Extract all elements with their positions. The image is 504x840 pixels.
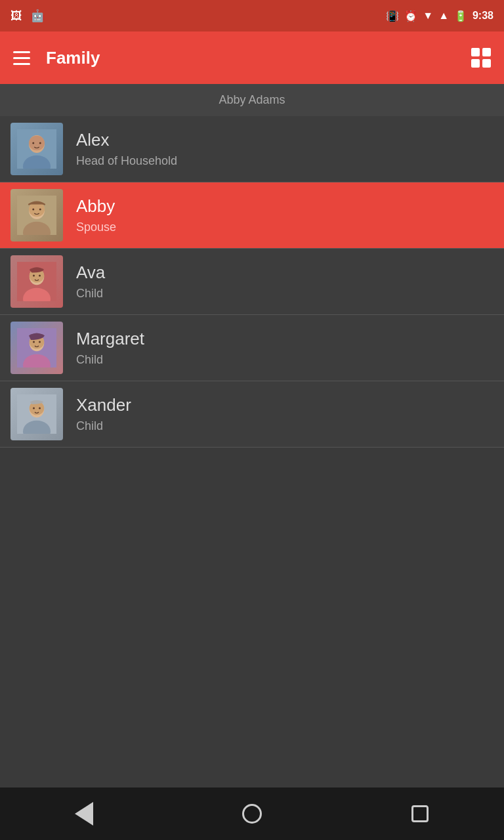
recents-button[interactable] (400, 794, 440, 833)
svg-point-11 (39, 209, 41, 211)
menu-button[interactable] (13, 51, 30, 65)
section-header: Abby Adams (0, 84, 504, 116)
back-icon (75, 802, 93, 826)
status-bar: 🖼 🤖 📳 ⏰ ▼ ▲ 🔋 9:38 (0, 0, 504, 32)
app-bar-left: Family (13, 48, 100, 68)
avatar-xander (10, 388, 63, 440)
item-name-ava: Ava (76, 262, 105, 283)
photo-icon: 🖼 (10, 9, 22, 23)
item-name-margaret: Margaret (76, 329, 144, 349)
svg-point-16 (33, 275, 35, 277)
recents-icon (411, 805, 429, 822)
item-info-abby: Abby Spouse (76, 196, 116, 234)
item-info-ava: Ava Child (76, 262, 105, 301)
item-name-xander: Xander (76, 395, 131, 415)
item-info-alex: Alex Head of Household (76, 130, 177, 168)
item-role-abby: Spouse (76, 220, 116, 234)
svg-point-29 (39, 408, 41, 410)
battery-icon: 🔋 (454, 10, 467, 22)
svg-point-22 (33, 341, 35, 343)
status-time: 9:38 (472, 10, 494, 22)
status-bar-right-icons: 📳 ⏰ ▼ ▲ 🔋 9:38 (386, 10, 494, 22)
app-title: Family (46, 48, 100, 68)
vibrate-icon: 📳 (386, 10, 399, 22)
back-button[interactable] (64, 794, 104, 833)
svg-point-5 (39, 142, 41, 144)
list-item-alex[interactable]: Alex Head of Household (0, 116, 504, 182)
item-role-ava: Child (76, 287, 105, 301)
avatar-margaret (10, 322, 63, 374)
svg-point-17 (39, 275, 41, 277)
avatar-alex (10, 123, 63, 175)
svg-point-28 (33, 408, 35, 410)
item-role-alex: Head of Household (76, 154, 177, 168)
alarm-icon: ⏰ (404, 10, 417, 22)
item-name-alex: Alex (76, 130, 177, 150)
wifi-icon: ▼ (423, 10, 433, 22)
svg-point-23 (39, 341, 41, 343)
item-info-margaret: Margaret Child (76, 329, 144, 367)
app-bar: Family (0, 32, 504, 84)
list-item-ava[interactable]: Ava Child (0, 249, 504, 315)
item-info-xander: Xander Child (76, 395, 131, 433)
list-item-xander[interactable]: Xander Child (0, 381, 504, 448)
grid-view-button[interactable] (471, 48, 491, 68)
status-bar-left-icons: 🖼 🤖 (10, 9, 45, 23)
avatar-ava (10, 255, 63, 308)
list-item-abby[interactable]: Abby Spouse (0, 182, 504, 249)
item-name-abby: Abby (76, 196, 116, 217)
item-role-margaret: Child (76, 353, 144, 367)
svg-point-4 (32, 142, 34, 144)
svg-point-10 (32, 209, 34, 211)
signal-icon: ▲ (438, 10, 449, 22)
item-role-xander: Child (76, 419, 131, 433)
bottom-nav (0, 788, 504, 840)
list-item-margaret[interactable]: Margaret Child (0, 315, 504, 381)
home-button[interactable] (232, 794, 272, 833)
android-icon: 🤖 (30, 9, 45, 23)
avatar-abby (10, 189, 63, 242)
home-icon (242, 804, 262, 824)
family-list: Alex Head of Household Abby Spouse (0, 116, 504, 788)
